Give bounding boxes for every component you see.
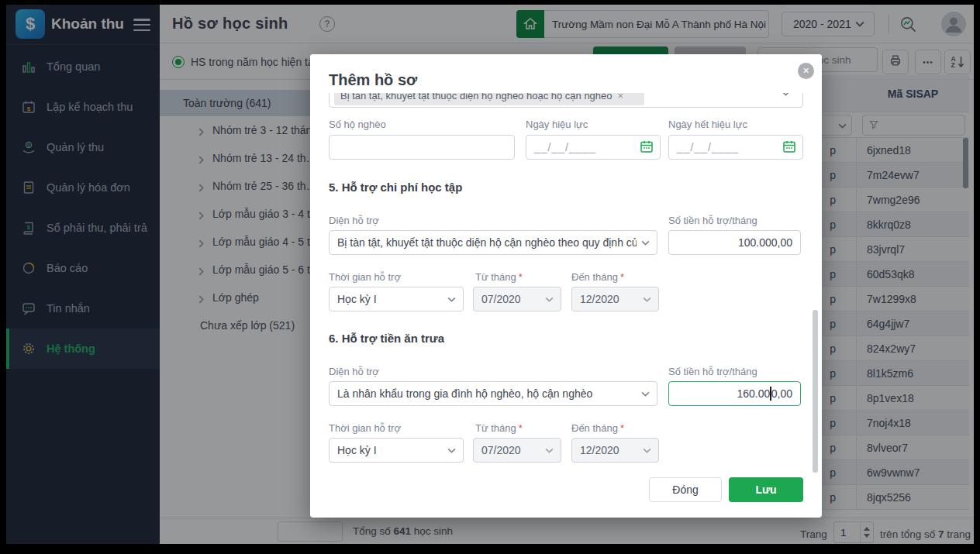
from-month-select-5[interactable]: 07/2020 (473, 287, 561, 311)
from-month-label: Từ tháng* (475, 271, 523, 283)
save-button[interactable]: Lưu (729, 477, 803, 502)
to-month-select-5[interactable]: 12/2020 (571, 287, 659, 311)
modal-scrollbar-thumb[interactable] (813, 310, 818, 473)
effective-date-label: Ngày hiệu lực (526, 119, 588, 130)
support-type-label: Diện hỗ trợ (329, 215, 379, 226)
chevron-down-icon (641, 240, 650, 246)
period-label: Thời gian hỗ trợ (329, 271, 401, 283)
date-placeholder: __/__/____ (534, 141, 596, 153)
add-record-modal: Bị tàn tật, khuyết tật thuộc diện hộ ngh… (310, 54, 822, 518)
chevron-down-icon (447, 297, 456, 302)
from-month-value: 07/2020 (481, 293, 521, 305)
amount-value-after-caret: 0,00 (771, 387, 792, 400)
close-button[interactable]: Đóng (649, 477, 722, 502)
period-select-6[interactable]: Học kỳ I (329, 438, 464, 463)
from-month-select-6[interactable]: 07/2020 (473, 438, 561, 463)
screen: $ Khoản thu Tổng quan $ Lập kế hoạch thu (0, 0, 980, 554)
chevron-down-icon (641, 391, 650, 397)
amount-input-6[interactable]: 160.000,00 (668, 381, 801, 406)
period-value: Học kỳ I (337, 444, 377, 456)
chevron-down-icon (545, 297, 554, 302)
section6-heading: 6. Hỗ trợ tiền ăn trưa (329, 332, 444, 345)
date-placeholder: __/__/____ (677, 141, 739, 153)
chevron-down-icon (447, 448, 456, 453)
support-type-label: Diện hỗ trợ (329, 366, 379, 377)
effective-date-input[interactable]: __/__/____ (526, 135, 661, 160)
chevron-down-icon (545, 448, 554, 453)
expiry-date-label: Ngày hết hiệu lực (668, 119, 747, 130)
expiry-date-input[interactable]: __/__/____ (668, 135, 803, 160)
to-month-select-6[interactable]: 12/2020 (571, 438, 659, 463)
amount-value: 100.000,00 (738, 236, 792, 249)
amount-input-5[interactable]: 100.000,00 (668, 230, 801, 255)
modal-header: Thêm hồ sơ (310, 54, 822, 93)
modal-body: Bị tàn tật, khuyết tật thuộc diện hộ ngh… (310, 54, 822, 518)
support-type-value: Là nhân khẩu trong gia đình hộ nghèo, hộ… (337, 387, 592, 400)
to-month-label: Đến tháng* (571, 422, 624, 434)
poor-book-input[interactable] (329, 135, 515, 160)
from-month-value: 07/2020 (481, 444, 521, 456)
amount-label: Số tiền hỗ trợ/tháng (668, 215, 757, 226)
calendar-icon[interactable] (640, 139, 654, 156)
to-month-label: Đến tháng* (571, 271, 624, 283)
period-label: Thời gian hỗ trợ (329, 422, 401, 434)
from-month-label: Từ tháng* (475, 422, 523, 434)
support-type-select-6[interactable]: Là nhân khẩu trong gia đình hộ nghèo, hộ… (329, 381, 657, 406)
poor-book-label: Số hộ nghèo (329, 119, 386, 130)
modal-close-icon[interactable]: ✕ (798, 63, 814, 79)
chevron-down-icon (643, 297, 651, 302)
calendar-icon[interactable] (782, 139, 796, 156)
to-month-value: 12/2020 (580, 293, 619, 305)
support-type-select-5[interactable]: Bị tàn tật, khuyết tật thuộc diện hộ cận… (329, 230, 657, 255)
to-month-value: 12/2020 (580, 444, 619, 456)
amount-label: Số tiền hỗ trợ/tháng (668, 366, 757, 377)
support-type-value: Bị tàn tật, khuyết tật thuộc diện hộ cận… (337, 236, 637, 249)
section5-heading: 5. Hỗ trợ chi phí học tập (329, 181, 462, 194)
amount-value-before-caret: 160.00 (737, 387, 770, 400)
period-value: Học kỳ I (337, 293, 377, 305)
chevron-down-icon (643, 448, 651, 453)
period-select-5[interactable]: Học kỳ I (329, 287, 464, 311)
modal-title: Thêm hồ sơ (329, 71, 417, 89)
